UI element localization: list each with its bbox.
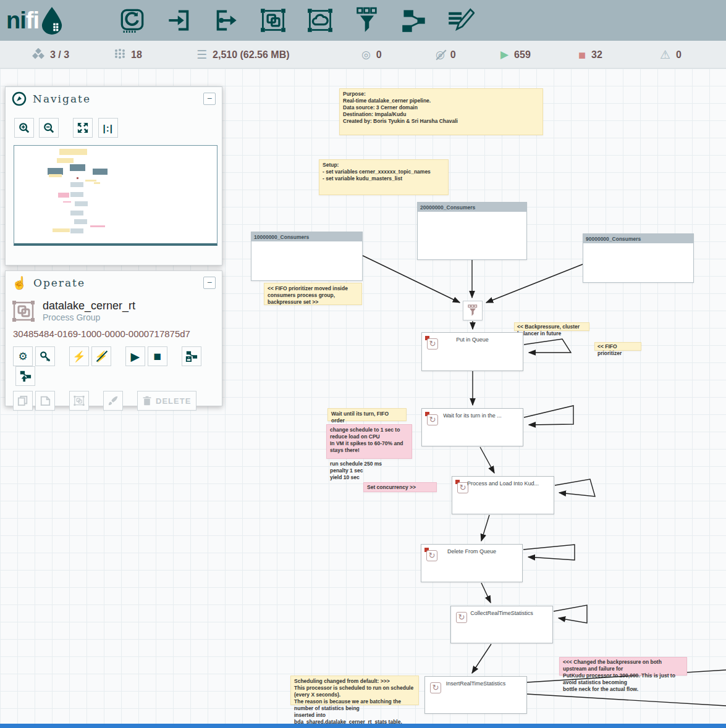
process-group-name: 90000000_Consumers [586,236,641,242]
status-transmitting: ◎ 0 [361,41,382,69]
minimap-block [59,149,87,155]
minimap-block [74,219,87,224]
disable-button[interactable]: ⚡ [91,346,111,366]
processor-name: Put in Queue [422,337,523,343]
funnel-icon[interactable] [353,7,381,34]
cluster-icon [32,48,44,61]
input-port-icon[interactable] [166,7,193,34]
operate-collapse-button[interactable]: − [203,277,216,289]
navigate-panel: Navigate − |:| [5,86,222,266]
minimap-block [85,180,96,182]
delete-button[interactable]: DELETE [137,391,196,411]
label-scheduling[interactable]: Scheduling changed from default: >>> Thi… [290,676,419,705]
component-toolbar: nifi [0,0,726,41]
navigate-title: Navigate [33,93,203,105]
access-policies-button[interactable] [35,346,55,366]
processor-collect-stats[interactable]: ↻ CollectRealTimeStatistics [450,606,553,643]
processor-put-in-queue[interactable]: ↻ Put in Queue [421,332,523,371]
zoom-actual-button[interactable]: |:| [98,118,118,138]
label-icon[interactable] [447,7,475,34]
label-backpressure-future[interactable]: << Backpressure, cluster balancer in fut… [514,322,589,331]
enable-button[interactable]: ⚡ [69,346,89,366]
processor-wait-for-turn[interactable]: ↻ Wait for its turn in the ... [421,408,523,446]
minimap-block [93,169,108,175]
bottom-accent-bar [0,724,726,728]
minimap-block [58,193,69,198]
processor-insert-stats[interactable]: ↻ InsertRealTimeStatistics [424,676,527,714]
operate-buttons-row-2: DELETE [13,391,222,411]
label-wait-until[interactable]: Wait until its turn, FIFO order [327,408,407,421]
birdseye-minimap[interactable] [14,145,217,246]
processor-icon[interactable] [119,7,146,34]
processor-delete-from-queue[interactable]: ↻ Delete From Queue [421,544,523,582]
minimap-block [53,228,70,232]
template-icon[interactable] [400,7,428,34]
label-set-concurrency-text: Set concurrency >> [367,484,416,490]
queued-icon: ☰ [196,49,207,61]
remote-process-group-icon[interactable] [306,7,334,34]
nifi-logo: nifi [6,6,99,35]
minimap-block [57,158,74,163]
fill-color-button[interactable] [103,391,123,411]
label-set-concurrency[interactable]: Set concurrency >> [363,482,437,492]
group-button[interactable] [69,391,89,411]
component-id: 30485484-0169-1000-0000-0000717875d7 [6,322,222,339]
processor-name: Delete From Queue [421,548,522,554]
running-icon: ▶ [500,49,509,60]
stopped-icon: ■ [578,49,586,61]
zoom-in-button[interactable] [14,118,34,138]
label-fifo-moved[interactable]: << FIFO prioritizer moved inside consume… [264,283,362,305]
navigate-buttons: |:| [6,111,222,138]
process-group-header: 20000000_Consumers [418,203,526,212]
start-button[interactable]: ▶ [125,346,145,366]
label-changed-backpressure[interactable]: <<< Changed the backpressure on both ups… [559,657,687,676]
funnel-node-icon [466,304,479,317]
process-group-icon [12,300,35,322]
invalid-icon: ⚠ [660,49,670,61]
label-scheduling-text: Scheduling changed from default: >>> Thi… [294,678,413,728]
label-setup[interactable]: Setup: - set variables cerner_xxxxxx_top… [319,159,449,195]
minimap-block [70,228,83,233]
minimap-block [94,182,100,184]
create-template-button[interactable] [182,346,201,366]
label-change-schedule[interactable]: change schedule to 1 sec to reduce load … [326,424,412,459]
threads-count: 18 [131,49,142,61]
nifi-logo-ni: ni [6,7,26,34]
status-threads: 18 [114,41,142,69]
configure-button[interactable]: ⚙ [13,346,33,366]
process-group-20000000-consumers[interactable]: 20000000_Consumers [417,202,527,260]
process-group-10000000-consumers[interactable]: 10000000_Consumers [251,232,363,281]
zoom-fit-button[interactable] [73,118,93,138]
status-invalid: ⚠ 0 [660,41,682,69]
status-running: ▶ 659 [500,41,531,69]
label-changed-backpressure-text: <<< Changed the backpressure on both ups… [563,659,675,692]
process-group-header: 10000000_Consumers [251,232,362,241]
not-transmitting-icon: ◎ [436,49,445,60]
upload-template-button[interactable] [15,366,35,386]
status-cluster: 3 / 3 [32,41,69,69]
status-queued: ☰ 2,510 (62.56 MB) [196,41,290,69]
label-purpose[interactable]: Purpose: Real-time datalake_cerner pipel… [339,88,543,135]
output-port-icon[interactable] [213,7,240,34]
label-backpressure-future-text: << Backpressure, cluster balancer in fut… [517,324,580,337]
running-count: 659 [514,49,531,61]
selected-component: datalake_cerner_rt Process Group [6,295,222,322]
paste-button[interactable] [35,391,55,411]
label-fifo-prioritizer[interactable]: << FIFO prioritizer [594,342,641,351]
process-group-header: 90000000_Consumers [583,234,693,243]
zoom-out-button[interactable] [39,118,59,138]
navigate-collapse-button[interactable]: − [203,93,216,105]
label-purpose-text: Purpose: Real-time datalake_cerner pipel… [343,91,458,124]
process-group-icon[interactable] [260,7,287,34]
minimap-block [70,192,83,197]
operate-panel: ☝ Operate − datalake_cerner_rt Process G… [5,270,222,406]
funnel-node[interactable] [463,301,483,320]
process-group-name: 10000000_Consumers [254,234,309,240]
threads-icon [114,48,125,61]
copy-button[interactable] [13,391,33,411]
process-group-90000000-consumers[interactable]: 90000000_Consumers [583,233,694,283]
processor-name: CollectRealTimeStatistics [451,610,552,616]
process-group-name: 20000000_Consumers [420,204,475,211]
stop-button[interactable]: ■ [148,346,167,366]
processor-process-and-load[interactable]: ↻ Process and Load Into Kud... [452,476,554,514]
